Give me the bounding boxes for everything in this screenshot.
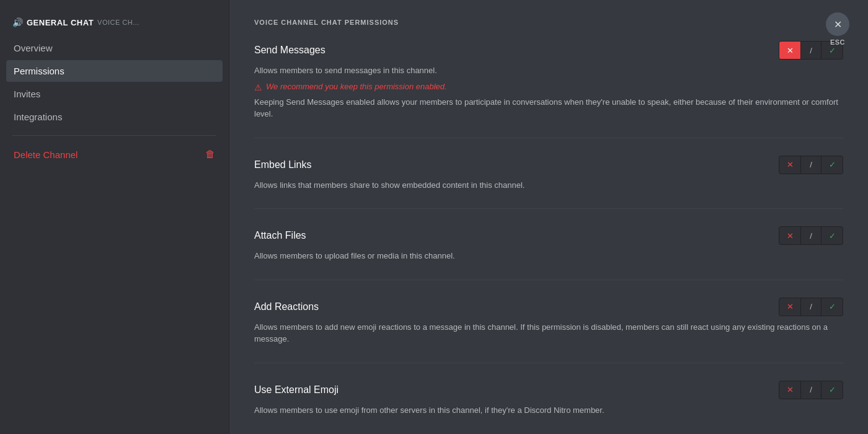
- warning-detail-send-messages: Keeping Send Messages enabled allows you…: [254, 96, 843, 120]
- deny-add-reactions-button[interactable]: ✕: [779, 298, 800, 316]
- esc-container: ✕ ESC: [826, 12, 849, 46]
- neutral-send-messages-button[interactable]: /: [800, 42, 822, 59]
- channel-name: GENERAL CHAT: [27, 18, 94, 27]
- channel-header: 🔊 GENERAL CHAT VOICE CH...: [6, 12, 223, 37]
- permission-controls-embed-links: ✕ / ✓: [779, 156, 843, 174]
- permission-use-external-emoji: Use External Emoji ✕ / ✓ Allows members …: [254, 381, 843, 434]
- esc-button[interactable]: ✕: [826, 12, 849, 36]
- integrations-label: Integrations: [14, 112, 62, 122]
- allow-use-external-emoji-button[interactable]: ✓: [822, 381, 843, 399]
- channel-sub: VOICE CH...: [97, 19, 140, 26]
- warning-box-send-messages: ⚠ We recommend you keep this permission …: [254, 82, 843, 92]
- trash-icon: 🗑: [205, 149, 215, 160]
- warning-text-send-messages: We recommend you keep this permission en…: [266, 82, 447, 91]
- voice-channel-icon: 🔊: [12, 17, 23, 27]
- nav-divider: [12, 135, 216, 136]
- warning-icon-send-messages: ⚠: [254, 82, 262, 92]
- permission-desc-add-reactions: Allows members to add new emoji reaction…: [254, 321, 843, 345]
- permissions-label: Permissions: [14, 66, 64, 76]
- permission-send-messages: Send Messages ✕ / ✓ Allows members to se…: [254, 41, 843, 138]
- delete-channel-button[interactable]: Delete Channel 🗑: [6, 143, 223, 166]
- permission-controls-add-reactions: ✕ / ✓: [779, 298, 843, 316]
- sidebar-item-invites[interactable]: Invites: [6, 83, 223, 105]
- sidebar: 🔊 GENERAL CHAT VOICE CH... Overview Perm…: [0, 0, 229, 434]
- allow-embed-links-button[interactable]: ✓: [822, 156, 843, 174]
- permission-name-use-external-emoji: Use External Emoji: [254, 384, 339, 396]
- permission-name-embed-links: Embed Links: [254, 159, 312, 170]
- permission-controls-use-external-emoji: ✕ / ✓: [779, 381, 843, 399]
- sidebar-item-overview[interactable]: Overview: [6, 37, 223, 59]
- permission-name-attach-files: Attach Files: [254, 230, 306, 241]
- permission-desc-embed-links: Allows links that members share to show …: [254, 179, 843, 192]
- overview-label: Overview: [14, 43, 53, 53]
- neutral-embed-links-button[interactable]: /: [800, 156, 822, 174]
- delete-channel-label: Delete Channel: [14, 149, 78, 160]
- deny-use-external-emoji-button[interactable]: ✕: [779, 381, 800, 399]
- neutral-add-reactions-button[interactable]: /: [800, 298, 822, 316]
- permission-row-attach-files: Attach Files ✕ / ✓: [254, 226, 843, 245]
- deny-send-messages-button[interactable]: ✕: [779, 42, 800, 59]
- invites-label: Invites: [14, 89, 40, 99]
- sidebar-item-integrations[interactable]: Integrations: [6, 106, 223, 128]
- sidebar-item-permissions[interactable]: Permissions: [6, 60, 223, 82]
- permission-name-add-reactions: Add Reactions: [254, 301, 319, 312]
- permission-desc-use-external-emoji: Allows members to use emoji from other s…: [254, 404, 843, 417]
- esc-label: ESC: [830, 38, 845, 46]
- permission-desc-attach-files: Allows members to upload files or media …: [254, 250, 843, 262]
- permission-desc-send-messages: Allows members to send messages in this …: [254, 64, 843, 77]
- permission-name-send-messages: Send Messages: [254, 45, 326, 56]
- permission-add-reactions: Add Reactions ✕ / ✓ Allows members to ad…: [254, 298, 843, 363]
- permission-controls-attach-files: ✕ / ✓: [779, 226, 843, 245]
- neutral-use-external-emoji-button[interactable]: /: [800, 381, 822, 399]
- main-content: VOICE CHANNEL CHAT PERMISSIONS Send Mess…: [229, 0, 868, 434]
- permission-embed-links: Embed Links ✕ / ✓ Allows links that memb…: [254, 156, 843, 210]
- permission-row-send-messages: Send Messages ✕ / ✓: [254, 41, 843, 60]
- permission-row-add-reactions: Add Reactions ✕ / ✓: [254, 298, 843, 316]
- permission-row-embed-links: Embed Links ✕ / ✓: [254, 156, 843, 174]
- neutral-attach-files-button[interactable]: /: [800, 227, 822, 244]
- permission-attach-files: Attach Files ✕ / ✓ Allows members to upl…: [254, 226, 843, 280]
- deny-embed-links-button[interactable]: ✕: [779, 156, 800, 174]
- allow-attach-files-button[interactable]: ✓: [822, 227, 843, 244]
- deny-attach-files-button[interactable]: ✕: [779, 227, 800, 244]
- permission-row-use-external-emoji: Use External Emoji ✕ / ✓: [254, 381, 843, 399]
- allow-add-reactions-button[interactable]: ✓: [822, 298, 843, 316]
- section-title: VOICE CHANNEL CHAT PERMISSIONS: [254, 19, 843, 26]
